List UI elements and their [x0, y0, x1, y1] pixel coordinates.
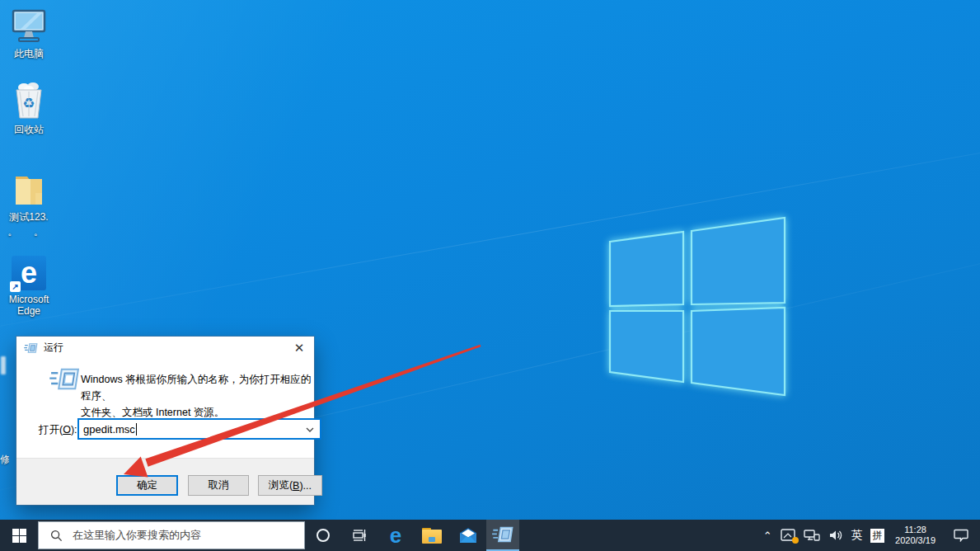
tray-network[interactable]	[799, 520, 824, 551]
text-caret	[136, 423, 137, 436]
desktop-icon-label: Microsoft	[0, 294, 58, 305]
run-command-input[interactable]: gpedit.msc	[77, 418, 321, 440]
tray-app-notification[interactable]	[776, 520, 799, 551]
svg-text:♻: ♻	[22, 96, 35, 111]
cancel-button[interactable]: 取消	[188, 475, 249, 496]
run-dialog-icon	[49, 366, 80, 394]
taskbar: 在这里输入你要搜索的内容 e	[0, 520, 980, 551]
action-center-icon	[954, 529, 968, 542]
network-icon	[804, 529, 820, 542]
ok-button[interactable]: 确定	[116, 475, 178, 496]
tray-show-hidden-icons[interactable]: ⌃	[759, 520, 776, 551]
search-icon	[50, 530, 63, 542]
desktop-icon-label: 回收站	[0, 124, 58, 135]
desktop-icon-label: 此电脑	[0, 48, 58, 59]
clock-date: 2020/3/19	[895, 535, 935, 546]
desktop-icon-test-folder[interactable]: 测试123. 。 。	[0, 170, 58, 238]
this-pc-icon	[9, 8, 49, 45]
edge-icon: e ↗	[12, 256, 46, 290]
pinyin-indicator: 拼	[870, 529, 884, 543]
task-view-icon	[351, 527, 368, 544]
run-icon	[492, 525, 513, 544]
desktop-icon-label-line2: Edge	[0, 305, 58, 317]
desktop-icon-microsoft-edge[interactable]: e ↗ Microsoft Edge	[0, 252, 58, 317]
recycle-bin-icon: ♻	[10, 81, 48, 120]
partial-icon-label: 修	[0, 453, 9, 467]
desktop-icon-label-overflow: 。 。	[0, 226, 58, 238]
desktop-icon-recycle-bin[interactable]: ♻ 回收站	[0, 82, 58, 135]
run-dialog-titlebar[interactable]: 运行	[16, 337, 314, 359]
cortana-button[interactable]	[305, 520, 341, 551]
start-button[interactable]	[0, 520, 38, 551]
partial-icon-fragment	[1, 356, 6, 374]
windows-logo-icon	[12, 529, 26, 543]
file-explorer-icon	[422, 528, 442, 544]
speaker-icon	[828, 529, 843, 542]
mail-icon	[458, 527, 478, 544]
tray-ime-mode[interactable]: 拼	[866, 520, 889, 551]
cortana-icon	[316, 528, 331, 543]
taskbar-edge-button[interactable]: e	[377, 520, 414, 551]
close-icon[interactable]: ✕	[287, 337, 312, 359]
run-command-value: gpedit.msc	[83, 423, 135, 436]
system-tray: ⌃ 英 拼 11:28	[759, 520, 980, 551]
search-placeholder: 在这里输入你要搜索的内容	[73, 528, 201, 543]
action-center-button[interactable]	[942, 520, 980, 551]
tray-ime-language[interactable]: 英	[847, 520, 867, 551]
taskbar-file-explorer-button[interactable]	[414, 520, 450, 551]
taskbar-mail-button[interactable]	[450, 520, 486, 551]
folder-icon	[11, 172, 47, 208]
run-dialog: 运行 ✕ Windows 将根据你所输入的名称，为你打开相应的程序、 文件夹、文…	[16, 337, 314, 505]
run-dialog-title: 运行	[44, 341, 63, 355]
browse-button[interactable]: 浏览(B)...	[258, 475, 322, 496]
run-icon	[24, 342, 38, 354]
tray-volume[interactable]	[824, 520, 847, 551]
taskbar-search-input[interactable]: 在这里输入你要搜索的内容	[38, 521, 305, 549]
tray-clock[interactable]: 11:28 2020/3/19	[889, 520, 942, 551]
open-field-label: 打开(O):	[39, 423, 77, 437]
run-dialog-message: Windows 将根据你所输入的名称，为你打开相应的程序、 文件夹、文档或 In…	[81, 371, 316, 421]
edge-icon: e	[390, 523, 401, 549]
task-view-button[interactable]	[341, 520, 377, 551]
clock-time: 11:28	[895, 525, 935, 535]
message-line1: Windows 将根据你所输入的名称，为你打开相应的程序、	[81, 371, 316, 404]
desktop-icon-label: 测试123.	[0, 211, 58, 223]
chevron-down-icon[interactable]	[303, 423, 317, 436]
desktop-icon-this-pc[interactable]: 此电脑	[0, 7, 58, 59]
notification-badge	[792, 537, 799, 544]
shortcut-arrow-icon: ↗	[10, 281, 21, 292]
taskbar-run-button-active[interactable]	[486, 520, 519, 551]
